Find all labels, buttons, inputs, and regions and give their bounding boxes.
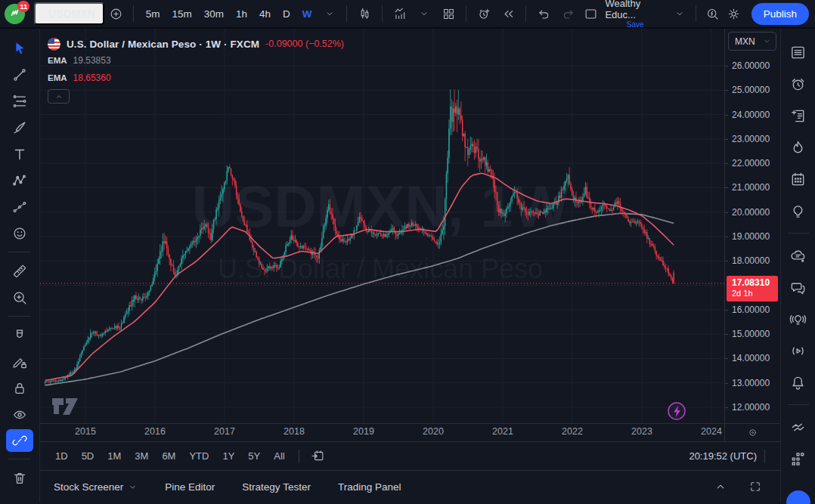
alarm-icon[interactable] bbox=[783, 68, 813, 100]
trend-line-tool[interactable] bbox=[5, 61, 34, 88]
undo-icon[interactable] bbox=[532, 2, 555, 25]
axis-settings-corner[interactable] bbox=[724, 424, 780, 441]
currency-select[interactable]: MXN bbox=[728, 32, 776, 51]
settings-gear-button[interactable] bbox=[724, 2, 743, 25]
indicator-row-ema-1[interactable]: EMA18.65360 bbox=[48, 69, 344, 86]
symbol-header-row[interactable]: U.S. Dollar / Mexican Peso · 1W · FXCM -… bbox=[48, 36, 344, 51]
zoom-in-tool[interactable] bbox=[5, 284, 34, 311]
candles-icon[interactable] bbox=[353, 2, 376, 25]
indicator-value: 19.53853 bbox=[73, 55, 111, 66]
layout-name-button[interactable]: Wealthy Educ... Save bbox=[602, 0, 668, 29]
tab-pine-editor[interactable]: Pine Editor bbox=[165, 481, 215, 493]
bar-countdown: 2d 1h bbox=[732, 289, 778, 299]
account-menu-button[interactable]: 11 bbox=[5, 2, 28, 26]
chevron-down-icon[interactable] bbox=[413, 2, 435, 25]
tab-strategy-tester[interactable]: Strategy Tester bbox=[242, 481, 311, 493]
layout-menu-chevron-icon[interactable] bbox=[670, 2, 689, 25]
chart-pane[interactable]: USDMXN, 1WU.S. Dollar / Mexican Peso U.S… bbox=[40, 29, 724, 423]
chevron-down-icon bbox=[128, 482, 138, 492]
tab-trading-panel[interactable]: Trading Panel bbox=[338, 481, 401, 493]
note-plus-icon[interactable] bbox=[783, 100, 813, 131]
price-tick-25: 25.00000 bbox=[725, 84, 780, 96]
bar-replay-icon[interactable] bbox=[497, 2, 519, 25]
interval-1h[interactable]: 1h bbox=[230, 3, 253, 24]
play-waves-icon[interactable] bbox=[783, 335, 813, 366]
tab-stock-screener[interactable]: Stock Screener bbox=[54, 481, 138, 493]
text-tool-tool[interactable] bbox=[5, 141, 34, 167]
cloud-chat-icon[interactable] bbox=[783, 240, 813, 271]
save-label[interactable]: Save bbox=[627, 20, 644, 29]
lock-tool[interactable] bbox=[5, 375, 34, 401]
year-tick-2020: 2020 bbox=[423, 426, 444, 437]
clock-utc[interactable]: 20:19:52 (UTC) bbox=[689, 450, 757, 462]
maximize-panel-button[interactable] bbox=[744, 475, 767, 498]
interval-menu-chevron-icon[interactable] bbox=[320, 2, 341, 25]
tab-label: Pine Editor bbox=[165, 481, 215, 493]
watchlist-icon[interactable] bbox=[783, 36, 813, 68]
bulb-waves-icon[interactable] bbox=[783, 303, 813, 335]
link-tool[interactable] bbox=[6, 429, 33, 452]
add-symbol-button[interactable] bbox=[106, 2, 127, 25]
xabcd-pattern-tool[interactable] bbox=[5, 167, 34, 193]
eye-tool[interactable] bbox=[5, 401, 34, 428]
double-chevrons-icon[interactable] bbox=[783, 411, 813, 443]
alarm-plus-icon[interactable] bbox=[473, 2, 495, 25]
symbol-title[interactable]: U.S. Dollar / Mexican Peso · 1W · FXCM bbox=[67, 39, 259, 50]
interval-15m[interactable]: 15m bbox=[166, 3, 198, 24]
chat-bubbles-icon[interactable] bbox=[783, 271, 813, 303]
interval-30m[interactable]: 30m bbox=[198, 3, 230, 24]
range-all[interactable]: All bbox=[268, 448, 290, 464]
interval-D[interactable]: D bbox=[277, 3, 296, 24]
toolbar-divider bbox=[525, 5, 526, 22]
forecast-tool[interactable] bbox=[5, 193, 34, 220]
fib-lines-tool[interactable] bbox=[5, 88, 34, 114]
chart-region: USDMXN, 1WU.S. Dollar / Mexican Peso U.S… bbox=[40, 29, 780, 423]
support-fab-button[interactable] bbox=[786, 490, 810, 504]
brush-tool[interactable] bbox=[5, 114, 34, 141]
symbol-search-button[interactable]: USDMXN bbox=[34, 2, 104, 25]
axis-settings-icon[interactable] bbox=[747, 427, 758, 438]
price-tick-15: 15.00000 bbox=[725, 328, 780, 340]
price-axis[interactable]: MXN 17.08310 2d 1h 26.0000025.0000024.00… bbox=[724, 29, 780, 423]
toolbar-divider bbox=[133, 5, 134, 22]
chart-column: USDMXN, 1WU.S. Dollar / Mexican Peso U.S… bbox=[40, 29, 780, 502]
interval-4h[interactable]: 4h bbox=[253, 3, 277, 24]
draw-lock-tool[interactable] bbox=[5, 348, 34, 375]
bulb-icon[interactable] bbox=[783, 195, 813, 227]
range-ytd[interactable]: YTD bbox=[183, 448, 215, 464]
ruler-tool[interactable] bbox=[5, 258, 34, 284]
cursor-tool[interactable] bbox=[5, 35, 34, 61]
interval-5m[interactable]: 5m bbox=[140, 3, 166, 24]
indicator-row-ema-0[interactable]: EMA19.53853 bbox=[48, 51, 344, 69]
calendar-icon[interactable] bbox=[783, 163, 813, 195]
sidebar-divider bbox=[788, 404, 809, 405]
grid-layout-icon[interactable] bbox=[437, 2, 460, 25]
indicators-icon[interactable] bbox=[389, 2, 411, 25]
redo-icon[interactable] bbox=[556, 2, 579, 25]
range-1d[interactable]: 1D bbox=[49, 448, 74, 464]
expand-panel-button[interactable] bbox=[709, 475, 732, 498]
publish-button[interactable]: Publish bbox=[751, 3, 809, 25]
go-to-date-button[interactable] bbox=[307, 445, 330, 468]
range-6m[interactable]: 6M bbox=[156, 448, 181, 464]
bottom-panel-controls bbox=[709, 475, 767, 498]
layout-select-icon[interactable] bbox=[581, 2, 600, 25]
magnet-tool[interactable] bbox=[5, 322, 34, 348]
range-5d[interactable]: 5D bbox=[76, 448, 101, 464]
range-1y[interactable]: 1Y bbox=[216, 448, 240, 464]
collapse-legend-button[interactable] bbox=[48, 89, 70, 104]
grid-dots-icon[interactable] bbox=[783, 443, 813, 475]
range-1m[interactable]: 1M bbox=[101, 448, 127, 464]
time-axis[interactable]: 2015201620172018201920202021202220232024 bbox=[40, 424, 724, 441]
bell-icon[interactable] bbox=[783, 366, 813, 398]
range-3m[interactable]: 3M bbox=[129, 448, 154, 464]
quick-search-button[interactable] bbox=[702, 2, 722, 25]
price-tick-23: 23.00000 bbox=[725, 133, 780, 145]
flame-icon[interactable] bbox=[783, 131, 813, 163]
emoji-tool[interactable] bbox=[5, 220, 34, 246]
range-5y[interactable]: 5Y bbox=[242, 448, 266, 464]
trash-tool[interactable] bbox=[5, 465, 34, 491]
year-tick-2024: 2024 bbox=[701, 426, 722, 437]
tradingview-app: 11 USDMXN 5m15m30m1h4hDW Wealthy Educ...… bbox=[0, 0, 815, 504]
interval-W[interactable]: W bbox=[296, 3, 318, 24]
